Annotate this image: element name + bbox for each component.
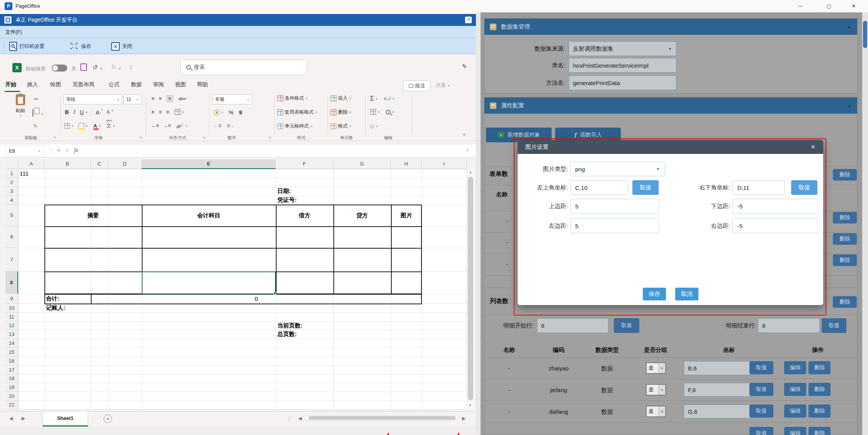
autosum-icon[interactable]: Σ [370,95,374,102]
comments-button[interactable]: 批注 [403,80,430,91]
tab-data[interactable]: 数据 [131,81,142,88]
delete-button[interactable]: 删除 [809,383,831,396]
redo-icon[interactable]: ↻ [111,64,116,71]
undo-caret-icon[interactable]: ∨ [100,67,102,70]
tab-home[interactable]: 开始 [5,81,16,88]
fill-down-icon[interactable]: ↓ [370,109,376,115]
get-value-button[interactable]: 取值 [749,361,773,374]
get-value-button[interactable]: 取值 [632,180,659,195]
formula-input[interactable] [83,145,460,156]
grid-hscrollbar-thumb[interactable] [308,416,456,420]
float-window-icon[interactable]: ↗ [465,17,472,23]
get-value-button[interactable]: 取值 [614,318,639,333]
bottom-right-coord-input[interactable]: D,11 [732,180,785,195]
cancel-button[interactable]: 取消 [675,288,698,300]
tab-help[interactable]: 帮助 [197,81,208,88]
underline-caret-icon[interactable]: ∨ [85,111,88,114]
format-cells-button[interactable]: 格式∨ [331,123,352,130]
increase-decimal-icon[interactable]: ←.0 [214,124,221,128]
font-size-combo[interactable]: 11∨ [124,94,141,104]
search-input[interactable]: 搜索 [180,60,307,75]
format-painter-icon[interactable]: ✎ [33,123,38,129]
insert-cells-button[interactable]: 插入∨ [331,95,352,102]
underline-button[interactable]: U [80,109,84,115]
redo-caret-icon[interactable]: ∨ [119,67,121,70]
copy-caret-icon[interactable]: ∨ [41,112,43,116]
decrease-indent-icon[interactable]: ←≡ [151,123,159,128]
delete-cells-button[interactable]: 删除∨ [331,109,352,116]
cell-styles-button[interactable]: 单元格样式∨ [277,123,313,130]
find-select-icon[interactable] [386,110,391,114]
sheet-next-icon[interactable]: ▶ [22,416,25,421]
grow-font-button[interactable]: A [96,109,100,116]
confirm-entry-icon[interactable]: ✓ [65,147,70,154]
close-button[interactable]: ✕ [845,0,863,12]
get-value-button[interactable]: 取值 [822,318,846,333]
delete-button[interactable]: 删除 [833,254,857,266]
cancel-entry-icon[interactable]: ✕ [56,147,61,154]
edit-button[interactable]: 编辑 [784,361,806,374]
save-button[interactable]: ↖↗ ↙↘ 保存 [68,41,93,52]
group-select[interactable]: 是 ∨ [646,384,666,396]
font-name-combo[interactable]: 等线∨ [63,94,122,104]
align-top-icon[interactable]: ≡ [151,96,154,101]
collapse-icon[interactable]: ▲ [847,103,852,108]
delete-button[interactable]: 删除 [833,296,857,308]
maximize-button[interactable]: ▢ [820,0,838,12]
phonetic-icon[interactable]: wén 文 [106,122,111,129]
panel-scrollbar[interactable] [862,12,868,435]
top-left-coord-input[interactable]: C,10 [570,180,628,195]
comma-style-icon[interactable]: 9 [239,109,242,116]
conditional-formatting-button[interactable]: 条件格式∨ [277,95,308,102]
tabbar-more-icon[interactable]: ⋮ [287,416,292,422]
qat-save-icon[interactable] [80,63,87,71]
tab-view[interactable]: 视图 [175,81,186,88]
borders-icon[interactable] [64,123,70,129]
formula-bar-expand-icon[interactable]: ∨ [466,148,469,152]
qat-customize-icon[interactable]: ∨ [130,66,132,70]
number-format-combo[interactable]: 常规∨ [212,94,252,104]
right-margin-input[interactable]: -5 [732,218,818,233]
coord-input[interactable]: B,6 [684,361,752,375]
delete-button[interactable]: 删除 [833,169,857,181]
scroll-down-icon[interactable]: ▲ [469,404,472,407]
sheet-prev-icon[interactable]: ◀ [9,416,13,421]
image-type-select[interactable]: png ▼ [570,162,665,176]
delete-button[interactable]: 删除 [833,212,857,223]
clipboard-launcher-icon[interactable]: ↘ [53,135,56,139]
italic-button[interactable]: I [73,109,75,115]
get-value-button[interactable]: 取值 [749,427,773,435]
edit-button[interactable]: 编辑 [784,404,806,418]
accounting-format-icon[interactable]: ¥ [214,110,219,115]
get-value-button[interactable]: 取值 [749,383,773,396]
align-bottom-icon[interactable]: ≡ [166,95,173,102]
tab-insert[interactable]: 插入 [27,81,38,88]
add-sheet-button[interactable]: ＋ [104,415,112,423]
paste-button[interactable]: 粘贴 ∨ [12,94,29,118]
tab-review[interactable]: 审阅 [153,81,164,88]
format-as-table-button[interactable]: 套用表格格式∨ [277,109,318,116]
coord-input[interactable]: F,6 [684,383,752,397]
ribbon-collapse-icon[interactable]: ∨ [463,132,465,136]
minimize-button[interactable]: ─ [792,0,809,12]
tab-draw[interactable]: 绘图 [50,81,61,88]
bottom-margin-input[interactable]: -5 [732,199,818,213]
share-button[interactable]: 共享 ∨ [436,82,450,89]
scroll-up-icon[interactable]: ▲ [469,171,472,174]
left-margin-input[interactable]: 5 [570,218,659,233]
tab-formulas[interactable]: 公式 [109,81,119,88]
group-select[interactable]: 是 ∨ [646,362,666,374]
undo-icon[interactable]: ↺ [93,64,98,71]
menu-file[interactable]: 文件(F) [5,29,22,36]
dialog-close-icon[interactable]: ✕ [810,143,815,150]
tab-page-layout[interactable]: 页面布局 [73,81,94,88]
cut-icon[interactable]: ✂ [34,96,39,102]
coord-input[interactable]: G,6 [684,404,752,418]
alignment-launcher-icon[interactable]: ↘ [202,135,206,139]
delete-button[interactable]: 删除 [809,361,831,374]
class-name-input[interactable]: hosPrintGenerateServiceImpl [569,58,676,73]
ink-pen-icon[interactable]: ✎ [462,63,467,70]
close-doc-button[interactable]: ✕ 关闭 [109,41,134,52]
fill-color-icon[interactable] [78,123,84,129]
align-middle-icon[interactable]: ≡ [159,96,161,101]
